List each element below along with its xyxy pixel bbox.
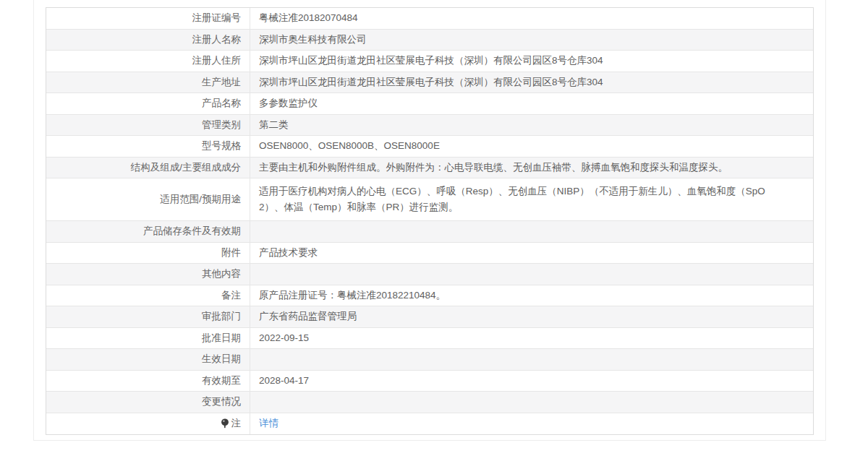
row-value: 适用于医疗机构对病人的心电（ECG）、呼吸（Resp）、无创血压（NIBP）（不… <box>259 186 765 212</box>
row-label-cell: 产品名称 <box>46 93 250 114</box>
row-label-cell: 注册人名称 <box>46 30 250 51</box>
table-row: 注详情 <box>46 413 813 435</box>
table-row: 附件产品技术要求 <box>46 243 813 264</box>
row-label-cell: 注册证编号 <box>46 8 250 29</box>
row-label: 生产地址 <box>202 76 241 89</box>
table-row: 产品名称多参数监护仪 <box>46 93 813 115</box>
row-label-cell: 注 <box>46 413 250 435</box>
row-label: 结构及组成/主要组成成分 <box>131 161 241 174</box>
row-label-cell: 管理类别 <box>46 115 250 136</box>
table-row: 备注原产品注册证号：粤械注准20182210484。 <box>46 285 813 307</box>
row-label: 有效期至 <box>202 374 241 387</box>
table-row: 审批部门广东省药品监督管理局 <box>46 306 813 328</box>
row-label: 型号规格 <box>202 139 241 152</box>
row-value-cell: 第二类 <box>250 117 813 133</box>
row-label: 生效日期 <box>202 353 241 366</box>
table-row: 注册人名称深圳市奥生科技有限公司 <box>46 30 813 51</box>
pin-icon <box>221 418 229 429</box>
row-value-cell: 多参数监护仪 <box>250 95 813 111</box>
row-value-cell: 2028-04-17 <box>250 373 813 389</box>
row-value: 2028-04-17 <box>259 375 309 386</box>
table-row: 管理类别第二类 <box>46 115 813 137</box>
row-value: 深圳市坪山区龙田街道龙田社区莹展电子科技（深圳）有限公司园区8号仓库304 <box>259 55 603 66</box>
row-value: 深圳市坪山区龙田街道龙田社区莹展电子科技（深圳）有限公司园区8号仓库304 <box>259 77 603 87</box>
row-value-cell: 深圳市奥生科技有限公司 <box>250 32 813 48</box>
details-link[interactable]: 详情 <box>259 418 278 428</box>
table-row: 适用范围/预期用途适用于医疗机构对病人的心电（ECG）、呼吸（Resp）、无创血… <box>46 178 813 221</box>
row-label: 注册证编号 <box>192 12 242 25</box>
row-value: 第二类 <box>259 119 289 130</box>
row-label: 备注 <box>221 289 241 302</box>
row-label: 管理类别 <box>202 119 241 132</box>
row-label-cell: 产品储存条件及有效期 <box>46 221 250 242</box>
row-label-cell: 其他内容 <box>46 264 250 285</box>
row-value: 深圳市奥生科技有限公司 <box>259 34 367 45</box>
row-label: 适用范围/预期用途 <box>160 193 241 206</box>
row-label: 产品储存条件及有效期 <box>143 225 241 238</box>
row-label-cell: 审批部门 <box>46 306 250 327</box>
row-value-cell: 原产品注册证号：粤械注准20182210484。 <box>250 288 813 303</box>
table-row: 批准日期2022-09-15 <box>46 328 813 350</box>
table-row: 结构及组成/主要组成成分主要由主机和外购附件组成。外购附件为：心电导联电缆、无创… <box>46 158 813 179</box>
table-row: 注册证编号粤械注准20182070484 <box>46 8 813 30</box>
row-label-cell: 生效日期 <box>46 349 250 370</box>
row-value-cell: 主要由主机和外购附件组成。外购附件为：心电导联电缆、无创血压袖带、脉搏血氧饱和度… <box>250 160 813 176</box>
row-value-cell: 产品技术要求 <box>250 245 813 261</box>
table-row: 生效日期 <box>46 349 813 371</box>
row-value: 原产品注册证号：粤械注准20182210484。 <box>259 290 446 301</box>
row-label-cell: 有效期至 <box>46 371 250 392</box>
table-row: 产品储存条件及有效期 <box>46 221 813 243</box>
row-label-cell: 结构及组成/主要组成成分 <box>46 158 250 178</box>
row-value-cell: 2022-09-15 <box>250 330 813 346</box>
row-label-cell: 注册人住所 <box>46 51 250 72</box>
row-value: 多参数监护仪 <box>259 98 318 108</box>
row-label: 注册人住所 <box>192 54 242 67</box>
row-value: OSEN8000、OSEN8000B、OSEN8000E <box>259 140 440 151</box>
table-row: 其他内容 <box>46 264 813 285</box>
row-label-cell: 备注 <box>46 285 250 306</box>
row-label-cell: 适用范围/预期用途 <box>46 178 250 220</box>
row-label: 附件 <box>221 246 241 259</box>
row-label-cell: 型号规格 <box>46 136 250 157</box>
row-label-cell: 生产地址 <box>46 72 250 93</box>
row-label-cell: 附件 <box>46 243 250 264</box>
row-label: 产品名称 <box>202 97 241 110</box>
row-value: 2022-09-15 <box>259 332 309 343</box>
row-value-cell: 适用于医疗机构对病人的心电（ECG）、呼吸（Resp）、无创血压（NIBP）（不… <box>250 184 813 215</box>
row-label: 变更情况 <box>202 395 241 408</box>
row-value-cell: 深圳市坪山区龙田街道龙田社区莹展电子科技（深圳）有限公司园区8号仓库304 <box>250 53 813 69</box>
table-row: 有效期至2028-04-17 <box>46 371 813 392</box>
row-value: 主要由主机和外购附件组成。外购附件为：心电导联电缆、无创血压袖带、脉搏血氧饱和度… <box>259 162 728 173</box>
row-label: 注册人名称 <box>192 33 242 46</box>
row-label: 注 <box>231 417 242 430</box>
row-value: 粤械注准20182070484 <box>259 12 358 23</box>
registration-table: 注册证编号粤械注准20182070484注册人名称深圳市奥生科技有限公司注册人住… <box>46 7 814 435</box>
row-label-cell: 变更情况 <box>46 392 250 413</box>
row-label: 其他内容 <box>202 267 241 280</box>
row-label: 批准日期 <box>202 332 241 345</box>
row-value-cell: OSEN8000、OSEN8000B、OSEN8000E <box>250 138 813 154</box>
row-value-cell: 深圳市坪山区龙田街道龙田社区莹展电子科技（深圳）有限公司园区8号仓库304 <box>250 74 813 90</box>
row-value: 产品技术要求 <box>259 247 318 258</box>
row-label: 审批部门 <box>202 310 241 323</box>
content-panel: 注册证编号粤械注准20182070484注册人名称深圳市奥生科技有限公司注册人住… <box>33 0 826 441</box>
row-value: 广东省药品监督管理局 <box>259 311 357 322</box>
table-row: 型号规格OSEN8000、OSEN8000B、OSEN8000E <box>46 136 813 158</box>
table-row: 生产地址深圳市坪山区龙田街道龙田社区莹展电子科技（深圳）有限公司园区8号仓库30… <box>46 72 813 94</box>
table-row: 注册人住所深圳市坪山区龙田街道龙田社区莹展电子科技（深圳）有限公司园区8号仓库3… <box>46 51 813 72</box>
row-label-cell: 批准日期 <box>46 328 250 349</box>
row-value-cell: 广东省药品监督管理局 <box>250 309 813 324</box>
row-value-cell: 详情 <box>250 415 813 431</box>
table-row: 变更情况 <box>46 392 813 413</box>
row-value-cell: 粤械注准20182070484 <box>250 10 813 26</box>
